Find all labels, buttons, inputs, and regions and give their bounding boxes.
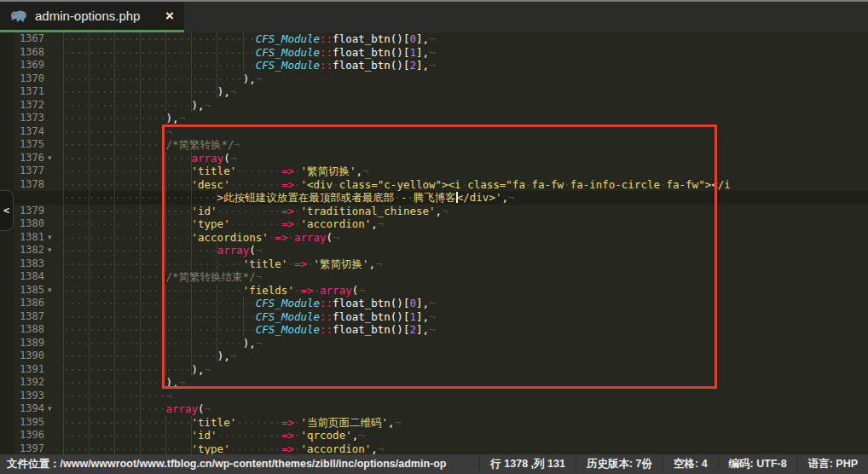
code-text: ····················'type'········=>·'ac…: [63, 442, 868, 455]
code-line[interactable]: 1393················¬: [0, 390, 868, 403]
fold-arrow-icon[interactable]: ▾: [44, 152, 63, 165]
status-history[interactable]: 历史版本: 7份: [576, 457, 663, 471]
code-line[interactable]: 1388······························CFS_Mo…: [0, 323, 868, 337]
line-number[interactable]: 1376: [0, 152, 44, 165]
fold-arrow-icon[interactable]: ▾: [44, 231, 63, 245]
line-number[interactable]: 1385: [0, 284, 44, 298]
code-line[interactable]: 1372····················),¬: [0, 99, 868, 113]
line-number[interactable]: 1383: [0, 257, 44, 271]
line-number[interactable]: 1392: [0, 376, 44, 390]
line-number[interactable]: 1389: [0, 337, 44, 350]
fold-gutter: [44, 297, 63, 310]
line-number[interactable]: 1390: [0, 350, 44, 363]
line-number[interactable]: 1378: [0, 178, 44, 192]
line-number[interactable]: 1373: [0, 112, 44, 125]
fold-gutter: [44, 138, 63, 152]
line-number[interactable]: 1394: [0, 402, 44, 416]
code-editor-window: admin-options.php × 1367················…: [0, 0, 868, 474]
line-number[interactable]: 1387: [0, 310, 44, 324]
tab-admin-options[interactable]: admin-options.php ×: [0, 2, 184, 32]
fold-gutter: [44, 59, 63, 72]
code-line[interactable]: 1389····························),¬: [0, 337, 868, 350]
fold-gutter: [44, 363, 63, 377]
code-line[interactable]: 1379····················'id'··········=>…: [0, 205, 868, 218]
code-line[interactable]: 1382▾························array(¬: [0, 244, 868, 257]
line-number[interactable]: 1384: [0, 270, 44, 284]
window-top-border: [0, 0, 868, 2]
code-line[interactable]: 1394▾················array(¬: [0, 402, 868, 416]
line-number[interactable]: 1377: [0, 165, 44, 178]
code-line[interactable]: 1373················),¬: [0, 112, 868, 125]
fold-gutter: [44, 165, 63, 178]
code-line[interactable]: 1369······························CFS_Mo…: [0, 59, 868, 72]
tab-close-icon[interactable]: ×: [164, 9, 176, 23]
code-text: ····················'title'·······=>·'当前…: [63, 416, 868, 430]
code-line[interactable]: 1384················/*简繁转换结束*/¬: [0, 270, 868, 284]
code-text: ························),¬: [63, 350, 868, 363]
editor[interactable]: 1367······························CFS_Mo…: [0, 32, 868, 454]
chevron-left-icon: <: [3, 205, 9, 217]
status-language[interactable]: 语言: PHP: [797, 457, 868, 471]
code-line[interactable]: 1368······························CFS_Mo…: [0, 46, 868, 60]
fold-gutter: [44, 191, 63, 205]
code-text: ························>此按钮建议放置在最顶部或者最底…: [63, 191, 868, 205]
fold-arrow-icon[interactable]: ▾: [44, 244, 63, 257]
status-encoding[interactable]: 编码: UTF-8: [718, 457, 797, 471]
code-text: ····················'title'·······=>·'繁简…: [63, 165, 868, 178]
line-number[interactable]: 1397: [0, 442, 44, 455]
line-number[interactable]: 1370: [0, 72, 44, 86]
line-number[interactable]: 1372: [0, 99, 44, 113]
line-number[interactable]: 1371: [0, 85, 44, 99]
code-line[interactable]: 1375················/*简繁转换*/¬: [0, 138, 868, 152]
code-text: ················¬: [63, 125, 868, 139]
line-number[interactable]: 1393: [0, 390, 44, 403]
code-text: ····················'desc'········=>·'<d…: [63, 178, 868, 192]
line-number[interactable]: 1395: [0, 416, 44, 430]
line-number[interactable]: 1374: [0, 125, 44, 139]
fold-arrow-icon[interactable]: ▾: [44, 402, 63, 416]
fold-arrow-icon[interactable]: ▾: [44, 284, 63, 298]
line-number[interactable]: 1396: [0, 429, 44, 442]
status-spaces[interactable]: 空格: 4: [663, 457, 718, 471]
code-line[interactable]: 1383····························'title'·…: [0, 257, 868, 271]
code-line[interactable]: 1385▾····························'fields…: [0, 284, 868, 298]
code-line[interactable]: 1377····················'title'·······=>…: [0, 165, 868, 178]
fold-gutter: [44, 112, 63, 125]
line-number[interactable]: 1369: [0, 59, 44, 72]
code-line[interactable]: ························>此按钮建议放置在最顶部或者最底…: [0, 191, 868, 205]
line-number[interactable]: 1386: [0, 297, 44, 310]
code-line[interactable]: 1391····················),¬: [0, 363, 868, 377]
code-line[interactable]: 1380····················'type'········=>…: [0, 217, 868, 231]
code-text: ················/*简繁转换*/¬: [63, 138, 868, 152]
code-line[interactable]: 1397····················'type'········=>…: [0, 442, 868, 455]
line-number[interactable]: 1381: [0, 231, 44, 245]
code-line[interactable]: 1386······························CFS_Mo…: [0, 297, 868, 310]
line-number[interactable]: 1382: [0, 244, 44, 257]
code-line[interactable]: 1381▾····················'accordions'·=>…: [0, 231, 868, 245]
panel-collapse-handle[interactable]: <: [0, 190, 14, 231]
code-line[interactable]: 1395····················'title'·······=>…: [0, 416, 868, 430]
code-line[interactable]: 1390························),¬: [0, 350, 868, 363]
fold-gutter: [44, 217, 63, 231]
fold-gutter: [44, 416, 63, 430]
line-number[interactable]: 1391: [0, 363, 44, 377]
code-line[interactable]: 1387······························CFS_Mo…: [0, 310, 868, 324]
code-line[interactable]: 1392················),¬: [0, 376, 868, 390]
code-line[interactable]: 1396····················'id'··········=>…: [0, 429, 868, 442]
fold-gutter: [44, 178, 63, 192]
code-line[interactable]: 1374················¬: [0, 125, 868, 139]
code-text: ······························CFS_Module…: [63, 32, 868, 46]
code-line[interactable]: 1378····················'desc'········=>…: [0, 178, 868, 192]
line-number[interactable]: 1375: [0, 138, 44, 152]
code-line[interactable]: 1367······························CFS_Mo…: [0, 32, 868, 46]
line-number[interactable]: 1367: [0, 32, 44, 46]
code-line[interactable]: 1370····························),¬: [0, 72, 868, 86]
fold-gutter: [44, 323, 63, 337]
fold-gutter: [44, 125, 63, 139]
code-line[interactable]: 1376▾····················array(¬: [0, 152, 868, 165]
line-number[interactable]: 1388: [0, 323, 44, 337]
code-line[interactable]: 1371························),¬: [0, 85, 868, 99]
status-cursor-position[interactable]: 行 1378 ,列 131: [479, 457, 576, 471]
line-number[interactable]: 1368: [0, 46, 44, 60]
code-text: ······························CFS_Module…: [63, 323, 868, 337]
